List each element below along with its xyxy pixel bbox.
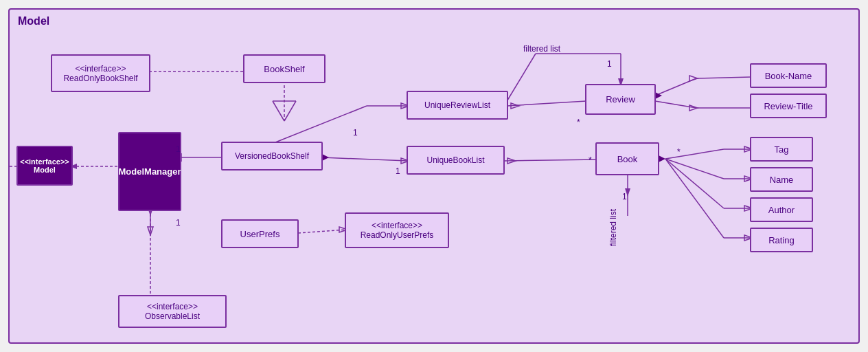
svg-marker-21 — [507, 158, 516, 164]
svg-marker-19 — [511, 103, 519, 109]
svg-line-32 — [665, 149, 724, 159]
box-name: Name — [750, 167, 813, 192]
label-1-review: 1 — [607, 59, 612, 69]
box-observable-list: <<interface>>ObservableList — [118, 295, 227, 328]
uml-diagram: Model — [8, 8, 860, 344]
label-star-book: * — [589, 155, 592, 165]
box-model-interface: <<interface>>Model — [16, 146, 73, 186]
svg-line-23 — [696, 77, 751, 78]
label-star-review: * — [577, 118, 580, 127]
box-author: Author — [750, 197, 813, 222]
label-1-versioned: 1 — [353, 128, 358, 138]
label-1-manager-userprefs: 1 — [176, 218, 181, 228]
label-1-manager-versioned: 1 — [176, 144, 181, 154]
svg-line-26 — [655, 101, 696, 108]
svg-line-55 — [504, 54, 536, 106]
svg-marker-24 — [689, 76, 698, 81]
box-readonly-userprefs: <<interface>>ReadOnlyUserPrefs — [345, 212, 449, 248]
svg-marker-47 — [148, 227, 153, 235]
svg-line-22 — [655, 78, 696, 96]
svg-line-18 — [507, 101, 586, 106]
box-review: Review — [585, 84, 656, 115]
svg-line-20 — [504, 160, 597, 161]
label-star-attr: * — [677, 147, 681, 157]
svg-line-35 — [665, 159, 724, 179]
box-user-prefs: UserPrefs — [221, 219, 299, 248]
label-filtered-list-side: filtered list — [608, 209, 618, 246]
svg-marker-28 — [689, 105, 698, 111]
diagram-title: Model — [18, 15, 49, 28]
box-model-manager: ModelManager — [118, 132, 181, 211]
box-readonly-bookshelf: <<interface>>ReadOnlyBookShelf — [51, 54, 150, 92]
box-unique-book-list: UniqueBookList — [407, 146, 505, 175]
svg-line-15 — [272, 106, 367, 144]
label-1-filtered: 1 — [622, 192, 627, 201]
box-review-title: Review-Title — [750, 94, 827, 118]
svg-line-8 — [284, 101, 296, 121]
box-tag: Tag — [750, 137, 813, 162]
box-unique-review-list: UniqueReviewList — [407, 91, 508, 120]
box-rating: Rating — [750, 228, 813, 252]
label-1-book: 1 — [396, 166, 400, 176]
box-bookshelf: BookShelf — [243, 54, 326, 83]
box-versioned-bookshelf: VersionedBookShelf — [221, 142, 323, 170]
label-filtered-list-top: filtered list — [523, 44, 560, 54]
box-book-name: Book-Name — [750, 63, 827, 88]
svg-line-41 — [665, 159, 724, 238]
svg-line-38 — [665, 159, 724, 208]
svg-line-12 — [322, 157, 408, 161]
svg-line-49 — [298, 230, 346, 233]
box-book: Book — [595, 142, 659, 175]
svg-line-7 — [273, 101, 284, 121]
